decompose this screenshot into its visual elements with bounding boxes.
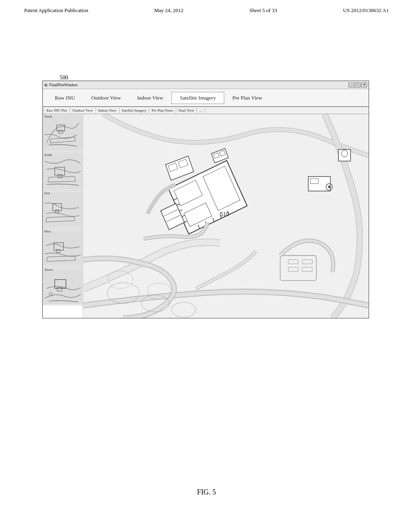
small-tab-satellite-imagery[interactable]: Satellite Imagery xyxy=(119,108,150,113)
svg-rect-12 xyxy=(43,268,83,304)
patent-number: US 2012/0130632 A1 xyxy=(343,7,389,14)
tab-raw-inu[interactable]: Raw INU xyxy=(47,92,83,104)
window-title-bar: ⊞ FinalPlotWindow — □ ✕ xyxy=(43,81,369,89)
figure-caption: FIG. 5 xyxy=(197,488,216,497)
content-area: North South xyxy=(43,114,369,318)
window-icon: ⊞ xyxy=(44,83,48,87)
thumbnail-south-map xyxy=(43,152,83,190)
title-bar-left: ⊞ FinalPlotWindow xyxy=(44,83,78,87)
title-bar-controls[interactable]: — □ ✕ xyxy=(348,83,367,87)
svg-rect-9 xyxy=(43,230,83,266)
window-title-text: FinalPlotWindow xyxy=(49,83,78,87)
svg-rect-47 xyxy=(338,150,350,161)
thumbnail-west-label: West xyxy=(44,230,51,233)
small-tab-dual-view[interactable]: Dual View xyxy=(176,108,197,113)
thumbnail-south-label: South xyxy=(44,153,52,157)
tab-pre-plan-view[interactable]: Pre Plan View xyxy=(224,92,270,104)
small-tab-outdoor-view[interactable]: Outdoor View xyxy=(70,108,96,113)
svg-rect-6 xyxy=(43,191,83,227)
small-tab-raw-inu-plot[interactable]: Raw INU Plot xyxy=(44,108,70,113)
satellite-map-svg: 510 xyxy=(83,114,369,318)
tab-bar-large: Raw INU Outdoor View Indoor View Satelli… xyxy=(43,89,369,107)
tab-bar-small: Raw INU Plot Outdoor View Indoor View Sa… xyxy=(43,107,369,114)
thumbnail-north-label: North xyxy=(44,115,52,118)
minimize-button[interactable]: — xyxy=(348,83,354,87)
publication-date: May 24, 2012 xyxy=(154,7,184,14)
thumbnail-above-label: Above xyxy=(44,268,53,272)
thumbnail-west-map xyxy=(43,229,83,267)
thumbnail-west[interactable]: West xyxy=(43,229,83,267)
publication-label: Patent Application Publication xyxy=(24,7,88,14)
close-button[interactable]: ✕ xyxy=(361,83,367,87)
patent-header: Patent Application Publication May 24, 2… xyxy=(0,0,413,18)
thumbnail-east[interactable]: East xyxy=(43,191,83,229)
small-tab-pre-plan-notes[interactable]: Pre Plan Notes xyxy=(149,108,176,113)
thumbnail-above-map xyxy=(43,267,83,305)
thumbnail-east-map xyxy=(43,191,83,229)
main-map-area: 510 xyxy=(83,114,369,318)
thumbnail-north[interactable]: North xyxy=(43,114,83,152)
svg-point-54 xyxy=(328,186,330,188)
small-tab-more[interactable]: ... xyxy=(197,108,205,113)
thumbnail-north-map xyxy=(43,114,83,152)
tab-indoor-view[interactable]: Indoor View xyxy=(129,92,171,104)
figure-500-label: 500 xyxy=(60,75,68,81)
small-tab-indoor-view[interactable]: Indoor View xyxy=(96,108,119,113)
svg-text:510: 510 xyxy=(220,211,229,217)
thumbnail-south[interactable]: South xyxy=(43,152,83,191)
thumbnail-east-label: East xyxy=(44,191,50,195)
tab-satellite-imagery[interactable]: Satellite Imagery xyxy=(171,92,224,104)
restore-button[interactable]: □ xyxy=(355,83,361,87)
tab-outdoor-view[interactable]: Outdoor View xyxy=(83,92,129,104)
final-plot-window: ⊞ FinalPlotWindow — □ ✕ Raw INU Outdoor … xyxy=(42,81,369,318)
sidebar-thumbnails: North South xyxy=(43,114,83,318)
thumbnail-above[interactable]: Above xyxy=(43,267,83,305)
sheet-info: Sheet 5 of 33 xyxy=(249,7,277,14)
